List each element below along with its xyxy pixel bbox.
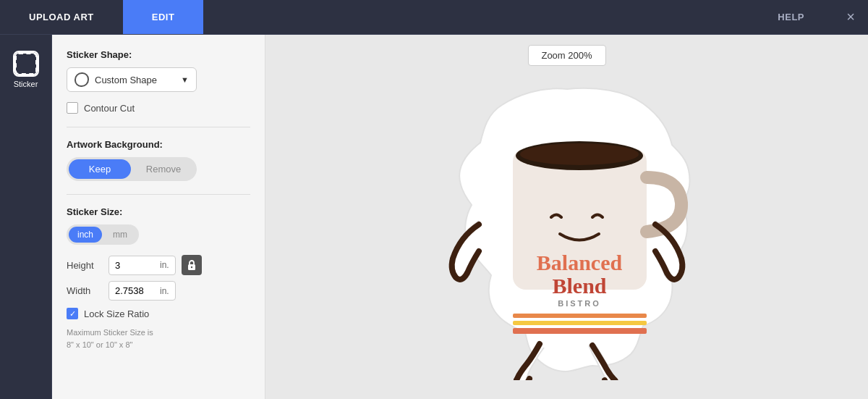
zoom-badge: Zoom 200% [527, 45, 605, 66]
canvas-area: Zoom 200% [265, 35, 868, 399]
width-input-wrapper: in. [109, 281, 176, 301]
lock-ratio-label: Lock Size Ratio [84, 308, 149, 319]
svg-point-4 [520, 143, 639, 165]
main-layout: Sticker Sticker Shape: Custom Shape ▼ Co… [0, 35, 868, 399]
height-row: Height in. [67, 255, 250, 275]
height-label: Height [67, 260, 103, 271]
svg-rect-10 [513, 328, 647, 334]
width-unit: in. [160, 282, 175, 300]
svg-text:BISTRO: BISTRO [558, 299, 601, 308]
divider-1 [67, 127, 250, 127]
size-section: Sticker Size: inch mm Height in. [67, 206, 250, 350]
svg-rect-8 [513, 314, 647, 318]
size-section-label: Sticker Size: [67, 206, 250, 217]
contour-cut-row: Contour Cut [67, 102, 250, 114]
sticker-label: Sticker [14, 80, 38, 88]
upload-art-tab[interactable]: Upload Art [0, 0, 123, 34]
svg-point-1 [190, 266, 192, 268]
icon-sidebar: Sticker [0, 35, 52, 399]
sidebar-item-sticker[interactable]: Sticker [0, 43, 51, 96]
shape-select[interactable]: Custom Shape ▼ [67, 67, 197, 92]
inch-unit-button[interactable]: inch [69, 227, 102, 243]
contour-cut-checkbox[interactable] [67, 102, 78, 114]
height-unit: in. [160, 256, 175, 274]
contour-cut-label: Contour Cut [84, 103, 135, 114]
height-input[interactable] [109, 256, 160, 274]
svg-text:Balanced: Balanced [536, 251, 622, 274]
unit-toggle-group: inch mm [67, 224, 139, 245]
close-button[interactable]: × [833, 0, 868, 35]
lock-ratio-checkbox[interactable] [67, 308, 78, 319]
width-input[interactable] [109, 282, 160, 300]
chevron-down-icon: ▼ [181, 75, 189, 84]
lock-ratio-row: Lock Size Ratio [67, 308, 250, 319]
max-size-note: Maximum Sticker Size is8" x 10" or 10" x… [67, 327, 250, 350]
keep-button[interactable]: Keep [69, 159, 131, 179]
svg-text:Blend: Blend [552, 274, 606, 298]
artwork-background-section: Artwork Background: Keep Remove [67, 139, 250, 181]
width-row: Width in. [67, 281, 250, 301]
shape-preview-icon [75, 72, 89, 87]
controls-panel: Sticker Shape: Custom Shape ▼ Contour Cu… [52, 35, 265, 399]
sticker-preview: Balanced Blend BISTRO [415, 69, 719, 387]
top-nav: Upload Art Edit Help × [0, 0, 868, 35]
remove-button[interactable]: Remove [132, 159, 195, 179]
shape-name-label: Custom Shape [95, 75, 175, 85]
lock-icon[interactable] [182, 255, 202, 275]
height-input-wrapper: in. [109, 256, 176, 275]
mm-unit-button[interactable]: mm [103, 227, 137, 243]
svg-rect-9 [513, 321, 647, 325]
artwork-bg-label: Artwork Background: [67, 139, 250, 150]
edit-tab[interactable]: Edit [123, 0, 204, 34]
sticker-icon [13, 51, 39, 77]
shape-section-label: Sticker Shape: [67, 49, 250, 60]
help-tab[interactable]: Help [749, 12, 833, 22]
divider-2 [67, 194, 250, 195]
width-label: Width [67, 285, 103, 296]
artwork-toggle-group: Keep Remove [67, 157, 197, 181]
